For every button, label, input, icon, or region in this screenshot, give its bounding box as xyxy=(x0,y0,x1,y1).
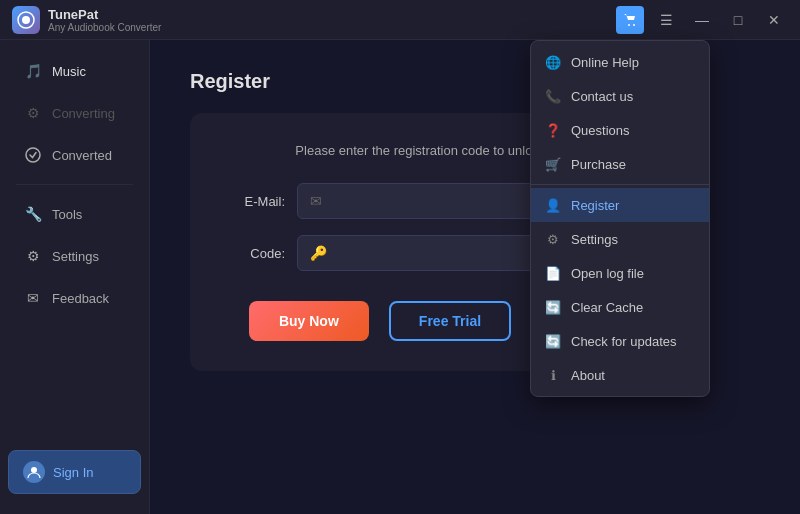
questions-icon: ❓ xyxy=(545,122,561,138)
dropdown-item-register[interactable]: 👤 Register xyxy=(531,188,709,222)
dropdown-item-questions[interactable]: ❓ Questions xyxy=(531,113,709,147)
purchase-icon: 🛒 xyxy=(545,156,561,172)
dropdown-item-label: Check for updates xyxy=(571,334,677,349)
svg-point-5 xyxy=(31,467,37,473)
settings-icon: ⚙ xyxy=(545,231,561,247)
feedback-icon: ✉ xyxy=(24,289,42,307)
svg-point-4 xyxy=(26,148,40,162)
nav-divider xyxy=(16,184,133,185)
dropdown-item-online-help[interactable]: 🌐 Online Help xyxy=(531,45,709,79)
sidebar-item-converted[interactable]: Converted xyxy=(8,136,141,174)
dropdown-item-open-log[interactable]: 📄 Open log file xyxy=(531,256,709,290)
svg-point-3 xyxy=(633,24,635,26)
dropdown-item-check-updates[interactable]: 🔄 Check for updates xyxy=(531,324,709,358)
sidebar-item-tools[interactable]: 🔧 Tools xyxy=(8,195,141,233)
converting-icon: ⚙ xyxy=(24,104,42,122)
dropdown-item-clear-cache[interactable]: 🔄 Clear Cache xyxy=(531,290,709,324)
open-log-icon: 📄 xyxy=(545,265,561,281)
svg-point-2 xyxy=(628,24,630,26)
dropdown-item-label: Purchase xyxy=(571,157,626,172)
menu-button[interactable]: ☰ xyxy=(652,6,680,34)
title-bar: TunePat Any Audiobook Converter ☰ — □ ✕ xyxy=(0,0,800,40)
email-label: E-Mail: xyxy=(230,194,285,209)
key-icon: 🔑 xyxy=(310,245,327,261)
dropdown-item-label: Online Help xyxy=(571,55,639,70)
sidebar-item-music-label: Music xyxy=(52,64,86,79)
music-icon: 🎵 xyxy=(24,62,42,80)
code-label: Code: xyxy=(230,246,285,261)
free-trial-button[interactable]: Free Trial xyxy=(389,301,511,341)
minimize-button[interactable]: — xyxy=(688,6,716,34)
dropdown-item-settings[interactable]: ⚙ Settings xyxy=(531,222,709,256)
dropdown-item-label: About xyxy=(571,368,605,383)
title-bar-controls: ☰ — □ ✕ xyxy=(616,6,788,34)
dropdown-item-label: Clear Cache xyxy=(571,300,643,315)
sidebar-item-settings-label: Settings xyxy=(52,249,99,264)
dropdown-item-label: Settings xyxy=(571,232,618,247)
app-logo xyxy=(12,6,40,34)
clear-cache-icon: 🔄 xyxy=(545,299,561,315)
online-help-icon: 🌐 xyxy=(545,54,561,70)
close-button[interactable]: ✕ xyxy=(760,6,788,34)
dropdown-item-about[interactable]: ℹ About xyxy=(531,358,709,392)
sign-in-icon xyxy=(23,461,45,483)
dropdown-menu: 🌐 Online Help 📞 Contact us ❓ Questions 🛒… xyxy=(530,40,710,397)
dropdown-divider-before-register xyxy=(531,184,709,185)
tools-icon: 🔧 xyxy=(24,205,42,223)
dropdown-item-label: Register xyxy=(571,198,619,213)
sign-in-label: Sign In xyxy=(53,465,93,480)
buy-now-button[interactable]: Buy Now xyxy=(249,301,369,341)
app-branding: TunePat Any Audiobook Converter xyxy=(12,6,161,34)
maximize-button[interactable]: □ xyxy=(724,6,752,34)
converted-icon xyxy=(24,146,42,164)
app-name: TunePat xyxy=(48,7,161,22)
sidebar-item-tools-label: Tools xyxy=(52,207,82,222)
dropdown-item-label: Contact us xyxy=(571,89,633,104)
dropdown-item-purchase[interactable]: 🛒 Purchase xyxy=(531,147,709,181)
dropdown-item-label: Questions xyxy=(571,123,630,138)
sidebar-item-converted-label: Converted xyxy=(52,148,112,163)
sidebar-item-converting-label: Converting xyxy=(52,106,115,121)
dropdown-item-label: Open log file xyxy=(571,266,644,281)
about-icon: ℹ xyxy=(545,367,561,383)
sidebar-item-feedback-label: Feedback xyxy=(52,291,109,306)
sidebar-bottom: Sign In xyxy=(0,440,149,504)
sidebar-item-feedback[interactable]: ✉ Feedback xyxy=(8,279,141,317)
register-icon: 👤 xyxy=(545,197,561,213)
sidebar-item-converting: ⚙ Converting xyxy=(8,94,141,132)
contact-us-icon: 📞 xyxy=(545,88,561,104)
email-icon: ✉ xyxy=(310,193,322,209)
sign-in-button[interactable]: Sign In xyxy=(8,450,141,494)
sidebar: 🎵 Music ⚙ Converting Converted 🔧 Tools ⚙… xyxy=(0,40,150,514)
sidebar-item-music[interactable]: 🎵 Music xyxy=(8,52,141,90)
app-subtitle: Any Audiobook Converter xyxy=(48,22,161,33)
svg-point-1 xyxy=(22,16,30,24)
settings-icon: ⚙ xyxy=(24,247,42,265)
cart-button[interactable] xyxy=(616,6,644,34)
check-updates-icon: 🔄 xyxy=(545,333,561,349)
dropdown-item-contact-us[interactable]: 📞 Contact us xyxy=(531,79,709,113)
sidebar-item-settings[interactable]: ⚙ Settings xyxy=(8,237,141,275)
